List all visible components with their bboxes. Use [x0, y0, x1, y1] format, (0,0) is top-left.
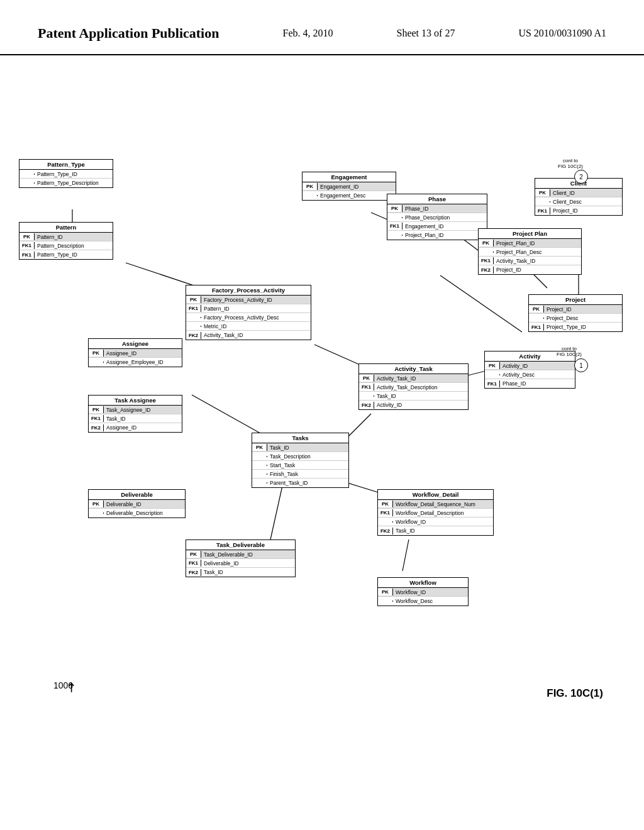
entity-assignee: Assignee PK Assignee_ID Assignee_Employe… — [88, 338, 182, 367]
entity-task-assignee-title: Task Assignee — [89, 396, 182, 406]
entity-assignee-title: Assignee — [89, 339, 182, 349]
entity-client: Client PK Client_ID Client_Desc FK1 Proj… — [535, 178, 623, 216]
entity-fpa-title: Factory_Process_Activity — [186, 285, 311, 296]
cont-label-2: cont toFIG 10C(2) — [558, 158, 583, 169]
page-header: Patent Application Publication Feb. 4, 2… — [0, 0, 644, 55]
publication-date: Feb. 4, 2010 — [283, 28, 333, 39]
entity-activity-task-title: Activity_Task — [359, 364, 468, 374]
svg-line-3 — [270, 483, 283, 540]
entity-workflow-title: Workflow — [378, 578, 468, 588]
cont-label-1: cont toFIG 10C(2) — [557, 346, 582, 357]
entity-tasks-title: Tasks — [252, 433, 348, 443]
entity-pattern-type: Pattern_Type Pattern_Type_ID Pattern_Typ… — [19, 159, 113, 188]
entity-task-deliverable-title: Task_Deliverable — [186, 540, 295, 550]
entity-phase-title: Phase — [387, 194, 487, 204]
entity-engagement: Engagement PK Engagement_ID Engagement_D… — [302, 172, 396, 201]
publication-title: Patent Application Publication — [38, 25, 219, 42]
figure-label: FIG. 10C(1) — [547, 687, 603, 700]
svg-line-12 — [402, 540, 409, 571]
entity-tasks: Tasks PK Task_ID Task_Description Start_… — [252, 433, 349, 488]
sheet-info: Sheet 13 of 27 — [397, 28, 455, 39]
entity-pattern-title: Pattern — [19, 223, 113, 233]
entity-pattern: Pattern PK Pattern_ID FK1 Pattern_Descri… — [19, 222, 113, 260]
entity-phase: Phase PK Phase_ID Phase_Description FK1 … — [387, 194, 487, 240]
entity-workflow-detail: Workflow_Detail PK Workflow_Detail_Seque… — [377, 489, 494, 536]
patent-number: US 2010/0031090 A1 — [518, 28, 606, 39]
entity-workflow-detail-title: Workflow_Detail — [378, 490, 493, 500]
entity-project: Project PK Project_ID Project_Desc FK1 P… — [528, 294, 623, 332]
cont-circle-1: 1 — [574, 358, 588, 372]
entity-deliverable-title: Deliverable — [89, 490, 185, 500]
entity-deliverable: Deliverable PK Deliverable_ID Deliverabl… — [88, 489, 186, 518]
entity-project-plan-title: Project Plan — [479, 229, 581, 239]
entity-factory-process-activity: Factory_Process_Activity PK Factory_Proc… — [186, 285, 311, 340]
entity-engagement-title: Engagement — [303, 172, 396, 182]
cont-circle-2: 2 — [574, 170, 588, 184]
diagram-area: Pattern_Type Pattern_Type_ID Pattern_Typ… — [0, 62, 644, 816]
entity-workflow: Workflow PK Workflow_ID Workflow_Desc — [377, 577, 469, 606]
entity-task-assignee: Task Assignee PK Task_Assignee_ID FK1 Ta… — [88, 395, 182, 433]
entity-activity-task: Activity_Task PK Activity_Task_ID FK1 Ac… — [358, 363, 469, 410]
entity-pattern-type-title: Pattern_Type — [19, 160, 113, 170]
entity-project-plan: Project Plan PK Project_Plan_ID Project_… — [478, 228, 582, 275]
svg-line-7 — [440, 275, 522, 332]
entity-task-deliverable: Task_Deliverable PK Task_Deliverable_ID … — [186, 540, 296, 577]
entity-project-title: Project — [529, 295, 622, 305]
